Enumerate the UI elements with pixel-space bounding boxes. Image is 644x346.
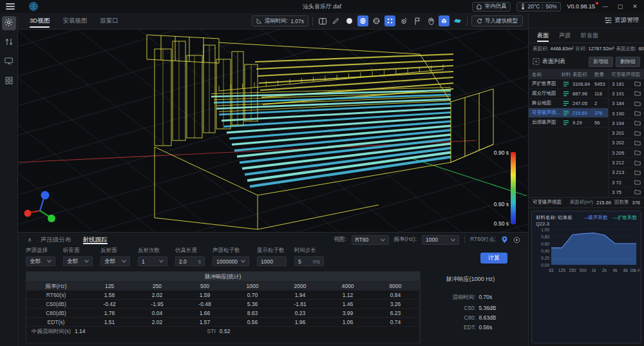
maximize-button[interactable]: ▢: [616, 3, 625, 10]
sublist-item[interactable]: 3 205: [609, 148, 644, 158]
metric-value: 1.66: [181, 309, 229, 317]
control-select[interactable]: 全部: [26, 256, 55, 266]
folder-icon[interactable]: [634, 160, 641, 166]
surface-row[interactable]: 舞台地面247.052: [529, 99, 608, 108]
surface-list-icon[interactable]: [533, 58, 540, 65]
svg-text:4k: 4k: [613, 268, 618, 273]
surface-row[interactable]: 观众厅地面887.96118: [529, 89, 608, 99]
notification-dot: [596, 2, 598, 5]
view-select[interactable]: RT60: [352, 235, 389, 245]
metric-value: 1.96: [276, 318, 324, 326]
close-button[interactable]: ✕: [630, 3, 639, 10]
cube-view-button[interactable]: [439, 15, 450, 26]
axis-y-handle[interactable]: [48, 215, 55, 222]
folder-icon[interactable]: [634, 111, 641, 116]
control-input[interactable]: 5ms: [294, 256, 324, 266]
control-select[interactable]: 1000000: [213, 256, 249, 266]
resource-manager-icon: [605, 17, 612, 23]
minimize-button[interactable]: —: [601, 3, 610, 10]
sublist-item[interactable]: 3 75: [609, 187, 644, 197]
rp-tab-1[interactable]: 声源: [556, 28, 574, 43]
sublist-item[interactable]: 3 181: [609, 79, 644, 89]
paint-button[interactable]: [330, 15, 341, 26]
rp-tab-0[interactable]: 表面: [534, 28, 552, 43]
menu-icon[interactable]: [6, 3, 15, 10]
tab-3d-view[interactable]: 3D视图: [23, 13, 56, 29]
sphere-solid-button[interactable]: [344, 15, 355, 26]
folder-icon[interactable]: [634, 101, 641, 106]
folder-icon[interactable]: [634, 91, 641, 96]
sublist-item[interactable]: 3 72: [609, 178, 644, 187]
target-icon[interactable]: [513, 236, 520, 244]
collapse-panel-icon[interactable]: ∧: [24, 236, 35, 243]
sublist-item[interactable]: 3 201: [609, 128, 644, 138]
reverb-time-label: 混响时间:: [265, 17, 288, 25]
sublist-item[interactable]: 3 184: [609, 99, 644, 109]
freq-column-header: 2000: [276, 282, 324, 290]
environment-badge[interactable]: 20°C 50%: [516, 2, 561, 12]
sphere-wire-button[interactable]: [371, 15, 382, 26]
add-group-button[interactable]: 新增组: [589, 57, 613, 67]
sublist-item[interactable]: 3 212: [609, 158, 644, 168]
sublist-item[interactable]: 3 202: [609, 139, 644, 148]
simulation-mode-badge[interactable]: 室内仿真: [472, 2, 511, 12]
sphere-view-button[interactable]: [357, 15, 368, 26]
hand-button[interactable]: [425, 15, 436, 26]
axis-gizmo[interactable]: [19, 184, 64, 229]
screen-layout-button[interactable]: [317, 15, 328, 26]
folder-icon[interactable]: [634, 170, 641, 175]
sublist-item-id: 3 202: [612, 140, 624, 146]
folder-icon[interactable]: [634, 150, 641, 155]
sublist-item[interactable]: 3 213: [609, 168, 644, 178]
particles-button[interactable]: [384, 15, 395, 26]
sidebar-item-library[interactable]: [2, 74, 16, 88]
metric-value: 1.59: [181, 291, 229, 299]
tab-ray-tracing[interactable]: 射线跟踪: [77, 236, 113, 244]
control-select[interactable]: 1: [138, 256, 167, 266]
resource-panel: 资源管理 表面声源听音面 表面积:4466.83m² 容积:12787.52m³…: [528, 13, 644, 346]
axis-x-handle[interactable]: [24, 210, 32, 217]
sidebar-item-tune[interactable]: [2, 35, 16, 50]
control-select[interactable]: 全部: [100, 256, 130, 266]
folder-icon[interactable]: [634, 140, 641, 146]
control-value: 全部: [30, 258, 41, 265]
delete-group-button[interactable]: 删除组: [616, 57, 640, 67]
tab-dual-window[interactable]: 双窗口: [93, 13, 125, 29]
cube-rotate-button[interactable]: [398, 15, 409, 26]
folder-icon[interactable]: [634, 81, 641, 86]
sublist-item-id: 3 212: [612, 160, 624, 166]
import-model-button[interactable]: 导入建筑模型: [471, 15, 523, 26]
mode-icon: [477, 4, 482, 10]
surface-row[interactable]: 可变吸声墙...215.69376: [529, 108, 608, 118]
freq-select[interactable]: 1000: [422, 235, 459, 245]
sublist-item[interactable]: 3 194: [609, 119, 644, 128]
calculate-button[interactable]: 计算: [480, 253, 507, 264]
sublist-item[interactable]: 3 191: [609, 89, 644, 99]
tab-install-view[interactable]: 安装视图: [56, 13, 93, 29]
sublist-item[interactable]: 3 190: [609, 109, 644, 119]
rt60-pin-icon[interactable]: [501, 236, 508, 244]
viewport-3d[interactable]: 0.90 s0.60 s0.50 s: [18, 30, 528, 232]
flag-button[interactable]: [412, 15, 422, 26]
tab-spl-distribution[interactable]: 声压级分布: [35, 236, 77, 244]
impulse-metric: C80:8.63dB: [421, 314, 520, 321]
folder-icon[interactable]: [634, 180, 641, 185]
svg-text:8k: 8k: [623, 268, 629, 273]
version-label: V0.0.98.15: [567, 3, 595, 10]
display-icon: [5, 56, 13, 68]
control-input[interactable]: 1000: [257, 256, 287, 266]
sidebar-item-display[interactable]: [2, 55, 16, 69]
control-label: 时间步长: [294, 247, 324, 255]
sidebar-item-settings[interactable]: [2, 16, 16, 30]
surface-list-title: 表面列表: [542, 57, 565, 66]
rp-tab-2[interactable]: 听音面: [578, 28, 601, 43]
control-input[interactable]: 2.0s: [175, 256, 205, 266]
folder-icon[interactable]: [634, 120, 641, 126]
plane-button[interactable]: [452, 15, 463, 26]
control-select[interactable]: 全部: [63, 256, 93, 266]
axis-z-handle[interactable]: [41, 191, 50, 200]
folder-icon[interactable]: [634, 131, 641, 136]
folder-icon[interactable]: [634, 189, 641, 195]
surface-row[interactable]: 后墙吸声面9.2956: [529, 118, 608, 128]
surface-row[interactable]: 声扩散界面3106.845453: [529, 79, 608, 89]
